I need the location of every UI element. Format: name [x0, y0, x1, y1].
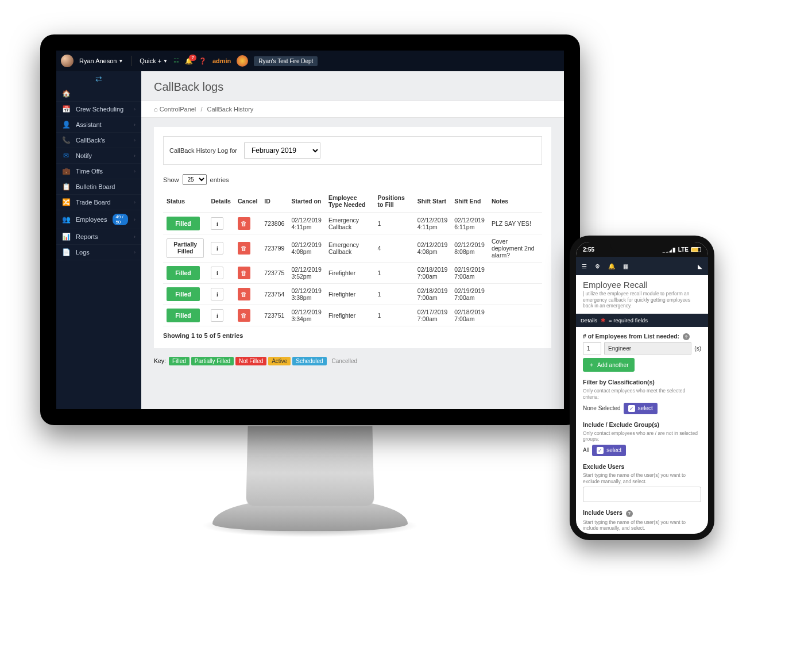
notif-badge: 7 [189, 55, 196, 61]
status-pill: Partially Filled [167, 238, 204, 257]
legend-pill: Filled [169, 357, 190, 365]
notifications-button[interactable]: 🔔 7 [185, 57, 193, 65]
sidebar-item[interactable]: 👤Assistant› [56, 117, 141, 133]
cell-type: Emergency Callback [325, 234, 374, 263]
sidebar-icon: 💼 [62, 167, 70, 175]
sidebar-item[interactable]: 🏠 [56, 86, 141, 102]
status-pill: Filled [167, 287, 200, 301]
sidebar-item[interactable]: 📋Bulletin Board [56, 179, 141, 195]
home-icon[interactable]: ⌂ [154, 106, 158, 113]
column-header[interactable]: Started on [288, 190, 325, 213]
cancel-button[interactable]: 🗑 [238, 288, 250, 300]
table-row: Filled i 🗑 723751 02/12/20193:34pm Firef… [163, 305, 542, 326]
filter-label: Filter by Classification(s) [583, 379, 701, 386]
details-button[interactable]: i [211, 267, 223, 279]
legend-pill: Partially Filled [191, 357, 234, 365]
column-header[interactable]: Shift Start [414, 190, 451, 213]
chevron-down-icon: ▼ [118, 59, 123, 64]
emp-count-label: # of Employees from List needed: [583, 333, 679, 340]
cell-start: 02/12/20194:08pm [414, 234, 451, 263]
hamburger-icon[interactable]: ☰ [582, 263, 587, 269]
cell-start: 02/18/20197:00am [414, 263, 451, 284]
bell-icon[interactable]: 🔔 [608, 263, 615, 269]
details-button[interactable]: i [211, 288, 223, 300]
add-another-button[interactable]: ＋Add another [583, 358, 635, 372]
entries-select[interactable]: 25 [183, 174, 207, 185]
column-header[interactable]: Shift End [451, 190, 488, 213]
help-icon[interactable]: ? [626, 510, 633, 517]
column-header[interactable]: Employee Type Needed [325, 190, 374, 213]
strip-req-label: = required fields [609, 317, 648, 323]
cell-type: Firefighter [325, 263, 374, 284]
table-row: Partially Filled i 🗑 723799 02/12/20194:… [163, 234, 542, 263]
details-button[interactable]: i [211, 242, 223, 255]
sidebar-icon: 👤 [62, 121, 70, 129]
cancel-button[interactable]: 🗑 [238, 309, 250, 322]
sidebar-icon: 👥 [62, 215, 70, 223]
emp-role-select[interactable]: Engineer [604, 342, 691, 354]
main-content: CallBack logs ⌂ ControlPanel / CallBack … [141, 71, 564, 409]
sidebar-item[interactable]: 💼Time Offs› [56, 164, 141, 179]
cancel-button[interactable]: 🗑 [238, 267, 250, 279]
filter-select-button[interactable]: ✓select [624, 403, 658, 414]
sidebar-item[interactable]: 📄Logs› [56, 245, 141, 260]
phone-page-subtitle: | utilize the employee recall module to … [583, 291, 701, 309]
gear-icon[interactable]: ⚙ [595, 263, 600, 269]
calendar-icon[interactable]: ▦ [623, 263, 628, 269]
sidebar-item[interactable]: ✉Notify› [56, 148, 141, 164]
user-dropdown[interactable]: Ryan Aneson ▼ [79, 57, 123, 64]
emp-count-input[interactable] [583, 342, 601, 354]
phone-toolbar: ☰ ⚙ 🔔 ▦ ◣ [576, 257, 708, 275]
column-header[interactable]: Details [207, 190, 234, 213]
breadcrumb-root[interactable]: ControlPanel [160, 106, 196, 113]
exclude-users-input[interactable] [583, 487, 701, 502]
sidebar-item[interactable]: 📅Crew Scheduling› [56, 102, 141, 117]
admin-link[interactable]: admin [212, 57, 231, 64]
include-group-help: Only contact employees who are / are not… [583, 430, 701, 442]
sidebar-item[interactable]: 📊Reports› [56, 229, 141, 245]
chevron-right-icon: › [134, 153, 136, 159]
page-title: CallBack logs [141, 71, 564, 101]
chevron-down-icon: ▼ [163, 59, 168, 64]
legend-pill: Scheduled [292, 357, 326, 365]
cancel-button[interactable]: 🗑 [238, 242, 250, 255]
quick-label: Quick + [140, 57, 161, 64]
cell-start: 02/18/20197:00am [414, 284, 451, 305]
avatar[interactable] [61, 55, 74, 67]
sidebar-label: Bulletin Board [76, 183, 115, 190]
calendar-icon[interactable]: ☷ [173, 57, 179, 65]
callback-table: StatusDetailsCancelIDStarted onEmployee … [163, 190, 542, 326]
chevron-right-icon: › [134, 106, 136, 112]
column-header[interactable]: Status [163, 190, 207, 213]
sidebar-item[interactable]: 📞CallBack's› [56, 133, 141, 148]
sidebar-icon: 🏠 [62, 90, 70, 98]
column-header[interactable]: Notes [488, 190, 542, 213]
column-header[interactable]: Cancel [234, 190, 261, 213]
breadcrumb: ⌂ ControlPanel / CallBack History [141, 101, 564, 118]
column-header[interactable]: ID [261, 190, 288, 213]
phone-body[interactable]: Employee Recall | utilize the employee r… [576, 275, 708, 534]
sidebar-item[interactable]: 🔀Trade Board› [56, 195, 141, 210]
cell-id: 723751 [261, 305, 288, 326]
quick-menu[interactable]: Quick + ▼ [140, 57, 168, 64]
column-header[interactable]: Positions to Fill [374, 190, 414, 213]
cell-start: 02/12/20194:11pm [414, 213, 451, 234]
cell-notes [488, 263, 542, 284]
cell-end: 02/19/20197:00am [451, 263, 488, 284]
details-button[interactable]: i [211, 309, 223, 322]
sidebar-toggle[interactable]: ⇄ [56, 71, 141, 86]
help-icon[interactable]: ❓ [199, 57, 207, 65]
key-label: Key: [154, 357, 166, 364]
cell-id: 723775 [261, 263, 288, 284]
help-icon[interactable]: ? [683, 333, 690, 340]
monitor-stand-neck [246, 426, 374, 506]
details-button[interactable]: i [211, 217, 223, 230]
logo-icon[interactable]: ◣ [698, 263, 702, 269]
sidebar-item[interactable]: 👥Employees49 / 50› [56, 210, 141, 229]
cell-id: 723806 [261, 213, 288, 234]
dept-chip[interactable]: Ryan's Test Fire Dept [254, 56, 318, 66]
cancel-button[interactable]: 🗑 [238, 217, 250, 230]
include-select-button[interactable]: ✓select [592, 445, 626, 456]
chevron-right-icon: › [134, 217, 136, 222]
month-select[interactable]: February 2019 [244, 142, 320, 159]
